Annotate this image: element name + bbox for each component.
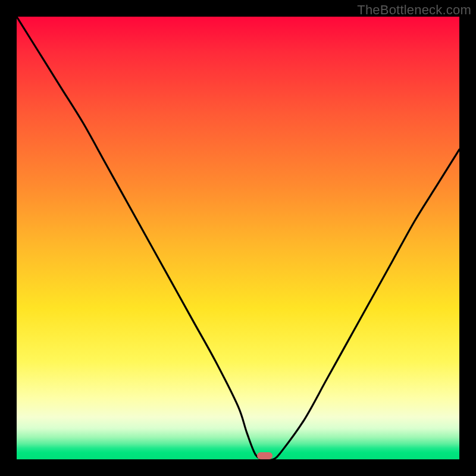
watermark-text: TheBottleneck.com	[357, 2, 471, 18]
plot-area	[17, 17, 459, 459]
chart-frame: TheBottleneck.com	[0, 0, 476, 476]
bottleneck-curve	[17, 17, 459, 459]
trough-marker-icon	[257, 452, 273, 459]
